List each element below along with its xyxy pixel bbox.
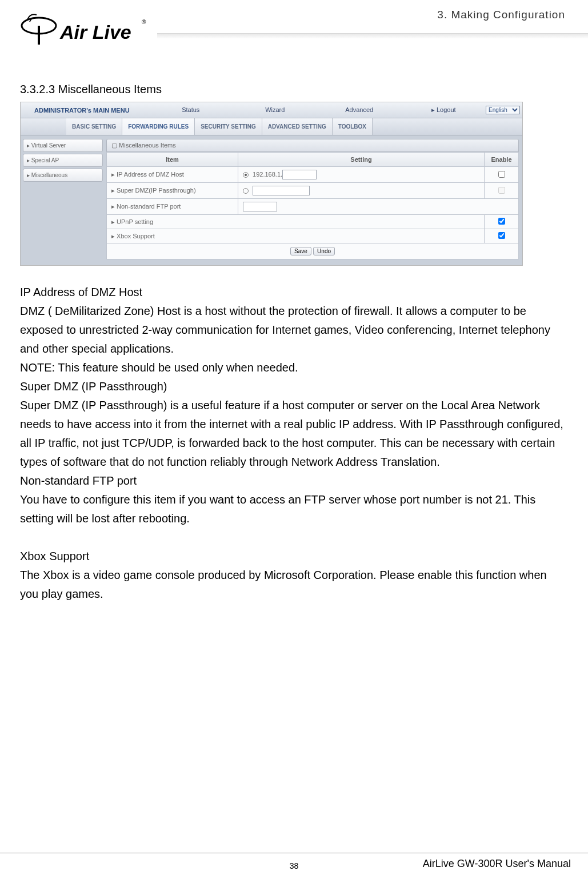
menu-wizard[interactable]: Wizard bbox=[233, 106, 318, 114]
page-footer: 38 AirLive GW-300R User's Manual bbox=[0, 853, 588, 870]
table-row: ▸ Non-standard FTP port bbox=[107, 199, 519, 215]
misc-items-table: Item Setting Enable ▸ IP Address of DMZ … bbox=[106, 152, 519, 243]
ftp-port-input[interactable] bbox=[243, 202, 277, 211]
menu-status[interactable]: Status bbox=[149, 106, 233, 114]
menu-advanced[interactable]: Advanced bbox=[317, 106, 402, 114]
undo-button[interactable]: Undo bbox=[313, 247, 335, 255]
svg-text:®: ® bbox=[142, 19, 146, 25]
language-select[interactable]: English bbox=[486, 106, 520, 114]
paragraph-superdmz: Super DMZ (IP Passthrough) is a useful f… bbox=[20, 396, 568, 472]
admin-menu-title: ADMINISTRATOR's MAIN MENU bbox=[23, 107, 149, 114]
upnp-enable-checkbox[interactable] bbox=[498, 218, 505, 225]
section-heading: 3.3.2.3 Miscellaneous Items bbox=[20, 83, 568, 96]
xbox-enable-checkbox[interactable] bbox=[498, 232, 505, 239]
table-row: ▸ IP Address of DMZ Host 192.168.1. bbox=[107, 167, 519, 183]
table-row: ▸ Super DMZ(IP Passthrough) bbox=[107, 183, 519, 199]
heading-ftp: Non-standard FTP port bbox=[20, 472, 568, 490]
dmz-radio[interactable] bbox=[243, 172, 249, 178]
superdmz-radio[interactable] bbox=[243, 188, 249, 194]
tab-advanced-setting[interactable]: ADVANCED SETTING bbox=[262, 118, 333, 135]
paragraph-xbox: The Xbox is a video game console produce… bbox=[20, 566, 568, 604]
col-enable: Enable bbox=[485, 153, 519, 167]
svg-text:Air Live: Air Live bbox=[59, 21, 131, 43]
heading-xbox: Xbox Support bbox=[20, 547, 568, 566]
sub-tabs-bar: BASIC SETTING FORWARDING RULES SECURITY … bbox=[21, 118, 522, 135]
menu-logout[interactable]: ▸ Logout bbox=[402, 106, 486, 114]
tab-security-setting[interactable]: SECURITY SETTING bbox=[195, 118, 262, 135]
brand-logo: Air Live ® bbox=[17, 11, 154, 54]
header-divider bbox=[157, 33, 588, 39]
config-sidebar: ▸ Virtual Server ▸ Special AP ▸ Miscella… bbox=[21, 135, 105, 265]
sidebar-item-miscellaneous[interactable]: ▸ Miscellaneous bbox=[23, 169, 103, 182]
heading-superdmz: Super DMZ (IP Passthrough) bbox=[20, 377, 568, 396]
superdmz-input[interactable] bbox=[253, 186, 310, 195]
page-number: 38 bbox=[0, 861, 588, 870]
tab-toolbox[interactable]: TOOLBOX bbox=[333, 118, 373, 135]
table-row: ▸ Xbox Support bbox=[107, 229, 519, 243]
dmz-host-input[interactable] bbox=[282, 170, 317, 179]
heading-dmz: IP Address of DMZ Host bbox=[20, 283, 568, 302]
table-row: ▸ UPnP setting bbox=[107, 215, 519, 229]
sidebar-item-special-ap[interactable]: ▸ Special AP bbox=[23, 154, 103, 167]
admin-top-menu: ADMINISTRATOR's MAIN MENU Status Wizard … bbox=[21, 102, 522, 118]
tab-forwarding-rules[interactable]: FORWARDING RULES bbox=[122, 118, 195, 135]
superdmz-enable-checkbox bbox=[498, 187, 505, 194]
paragraph-ftp: You have to configure this item if you w… bbox=[20, 490, 568, 528]
paragraph-dmz: DMZ ( DeMilitarized Zone) Host is a host… bbox=[20, 302, 568, 358]
button-row: Save Undo bbox=[106, 243, 519, 259]
document-body: IP Address of DMZ Host DMZ ( DeMilitariz… bbox=[20, 283, 568, 604]
sidebar-item-virtual-server[interactable]: ▸ Virtual Server bbox=[23, 139, 103, 152]
tab-basic-setting[interactable]: BASIC SETTING bbox=[66, 118, 122, 135]
panel-header: ▢ Miscellaneous Items bbox=[106, 139, 519, 152]
router-admin-screenshot: ADMINISTRATOR's MAIN MENU Status Wizard … bbox=[20, 102, 523, 266]
dmz-enable-checkbox[interactable] bbox=[498, 171, 505, 178]
paragraph-note: NOTE: This feature should be used only w… bbox=[20, 358, 568, 377]
save-button[interactable]: Save bbox=[290, 247, 311, 255]
col-item: Item bbox=[107, 153, 238, 167]
col-setting: Setting bbox=[238, 153, 485, 167]
